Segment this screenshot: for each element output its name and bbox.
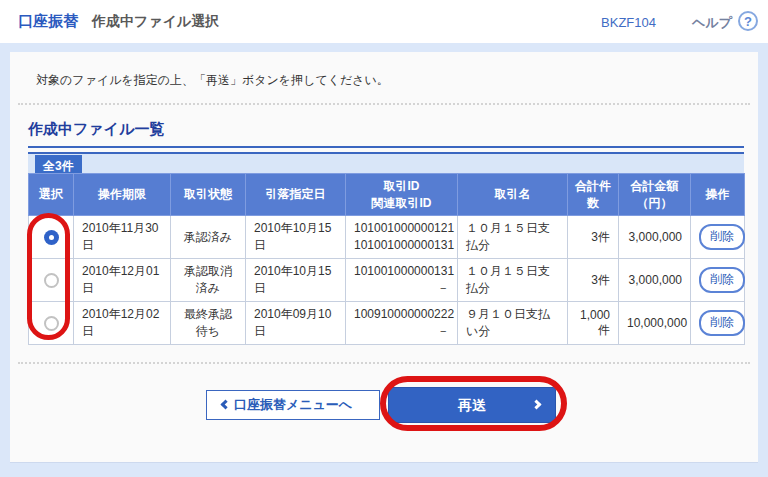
debit-date-cell: 2010年09月10日	[246, 302, 346, 345]
select-cell	[29, 259, 74, 302]
related-transaction-id: －	[354, 280, 449, 297]
delete-button[interactable]: 削除	[699, 267, 745, 293]
deadline-cell: 2010年12月02日	[74, 302, 171, 345]
column-header: 合計件数	[568, 174, 619, 216]
column-header-label: 合計件数	[570, 178, 616, 210]
transaction-name-cell: １０月１５日支払分	[458, 216, 568, 259]
total-amount-cell: 3,000,000	[619, 259, 691, 302]
top-bar: 口座振替 作成中ファイル選択 BKZF104 ヘルプ ?	[0, 0, 768, 43]
total-count-cell: 3件	[568, 259, 619, 302]
total-count-cell: 3件	[568, 216, 619, 259]
column-header-label: 取引ID	[348, 178, 455, 194]
column-header-label: 操作期限	[76, 186, 168, 202]
column-header: 操作期限	[74, 174, 171, 216]
related-transaction-id: －	[354, 323, 449, 340]
delete-button[interactable]: 削除	[699, 310, 745, 336]
table-row: 2010年12月01日承認取消済み2010年10月15日101001000000…	[29, 259, 745, 302]
transaction-id-cell: 100910000000222－	[346, 302, 458, 345]
table-row: 2010年12月02日最終承認待ち2010年09月10日100910000000…	[29, 302, 745, 345]
column-header-label: 引落指定日	[248, 186, 343, 202]
row-radio[interactable]	[44, 316, 59, 331]
select-cell	[29, 216, 74, 259]
transaction-name-cell: １０月１５日支払分	[458, 259, 568, 302]
column-header: 取引ID関連取引ID	[346, 174, 458, 216]
column-header-label: 選択	[31, 186, 71, 202]
files-table: 選択操作期限取引状態引落指定日取引ID関連取引ID取引名合計件数合計金額（円）操…	[28, 173, 745, 345]
help-question-icon[interactable]: ?	[738, 11, 758, 31]
debit-date-cell: 2010年10月15日	[246, 259, 346, 302]
transaction-name-cell: ９月１０日支払い分	[458, 302, 568, 345]
column-header-label-line2: 関連取引ID	[348, 195, 455, 211]
action-cell: 削除	[691, 216, 745, 259]
action-cell: 削除	[691, 302, 745, 345]
row-radio[interactable]	[44, 273, 59, 288]
column-header-label: 合計金額	[621, 178, 688, 194]
status-cell: 承認済み	[171, 216, 246, 259]
table-row: 2010年11月30日承認済み2010年10月15日10100100000012…	[29, 216, 745, 259]
back-to-menu-button[interactable]: 口座振替メニューへ	[206, 390, 380, 420]
column-header: 操作	[691, 174, 745, 216]
total-count-cell: 1,000件	[568, 302, 619, 345]
total-amount-cell: 3,000,000	[619, 216, 691, 259]
row-radio-selected[interactable]	[44, 230, 59, 245]
transaction-id: 101001000000131	[354, 263, 449, 280]
column-header: 合計金額（円）	[619, 174, 691, 216]
deadline-cell: 2010年12月01日	[74, 259, 171, 302]
page-title: 作成中ファイル選択	[92, 13, 219, 31]
screen-id: BKZF104	[601, 15, 656, 30]
column-header-label-line2: （円）	[621, 195, 688, 211]
transaction-id: 101001000000121	[354, 220, 449, 237]
delete-button[interactable]: 削除	[699, 224, 745, 250]
column-header-label: 取引名	[460, 186, 565, 202]
transaction-id-cell: 101001000000121101001000000131	[346, 216, 458, 259]
debit-date-cell: 2010年10月15日	[246, 216, 346, 259]
section-title: 作成中ファイル一覧	[28, 120, 744, 148]
total-amount-cell: 10,000,000	[619, 302, 691, 345]
column-header: 取引状態	[171, 174, 246, 216]
instruction-message: 対象のファイルを指定の上、「再送」ボタンを押してください。	[36, 72, 389, 89]
related-transaction-id: 101001000000131	[354, 237, 449, 254]
chevron-left-icon	[221, 400, 231, 410]
deadline-cell: 2010年11月30日	[74, 216, 171, 259]
select-cell	[29, 302, 74, 345]
table-header-row: 選択操作期限取引状態引落指定日取引ID関連取引ID取引名合計件数合計金額（円）操…	[29, 174, 745, 216]
help-link[interactable]: ヘルプ	[692, 14, 732, 32]
resend-button-label: 再送	[458, 397, 486, 413]
status-cell: 承認取消済み	[171, 259, 246, 302]
chevron-right-icon	[532, 400, 542, 410]
status-cell: 最終承認待ち	[171, 302, 246, 345]
back-button-label: 口座振替メニューへ	[234, 397, 352, 412]
column-header: 選択	[29, 174, 74, 216]
content-panel: 対象のファイルを指定の上、「再送」ボタンを押してください。 作成中ファイル一覧 …	[10, 52, 758, 463]
transaction-id-cell: 101001000000131－	[346, 259, 458, 302]
column-header-label: 操作	[693, 186, 742, 202]
column-header: 取引名	[458, 174, 568, 216]
transaction-id: 100910000000222	[354, 306, 449, 323]
column-header-label: 取引状態	[173, 186, 243, 202]
column-header: 引落指定日	[246, 174, 346, 216]
app-title: 口座振替	[18, 12, 78, 31]
dotted-divider	[18, 103, 750, 105]
dotted-divider	[18, 362, 750, 364]
count-bar: 全3件	[28, 152, 744, 174]
action-cell: 削除	[691, 259, 745, 302]
resend-button[interactable]: 再送	[388, 387, 556, 423]
